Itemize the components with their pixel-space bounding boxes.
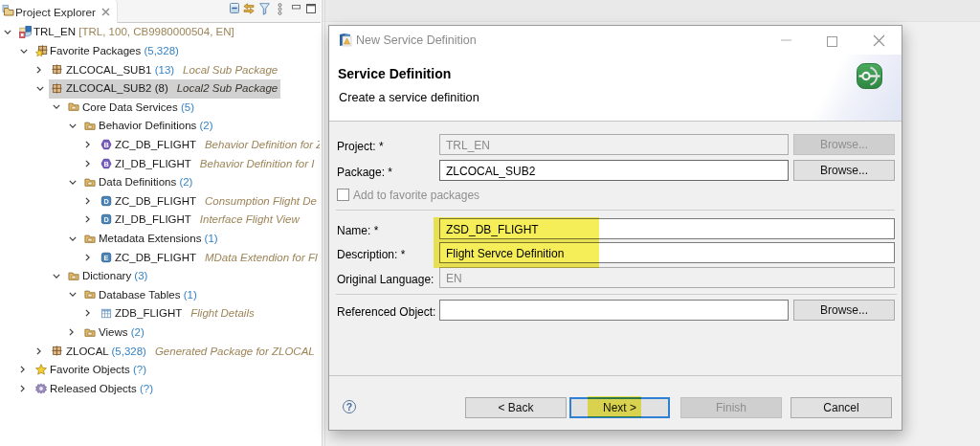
svg-text:E: E <box>104 253 109 261</box>
svg-text:B: B <box>103 159 108 167</box>
svg-text:B: B <box>103 141 108 149</box>
svg-text:D: D <box>103 215 108 224</box>
svg-text:D: D <box>103 197 108 206</box>
